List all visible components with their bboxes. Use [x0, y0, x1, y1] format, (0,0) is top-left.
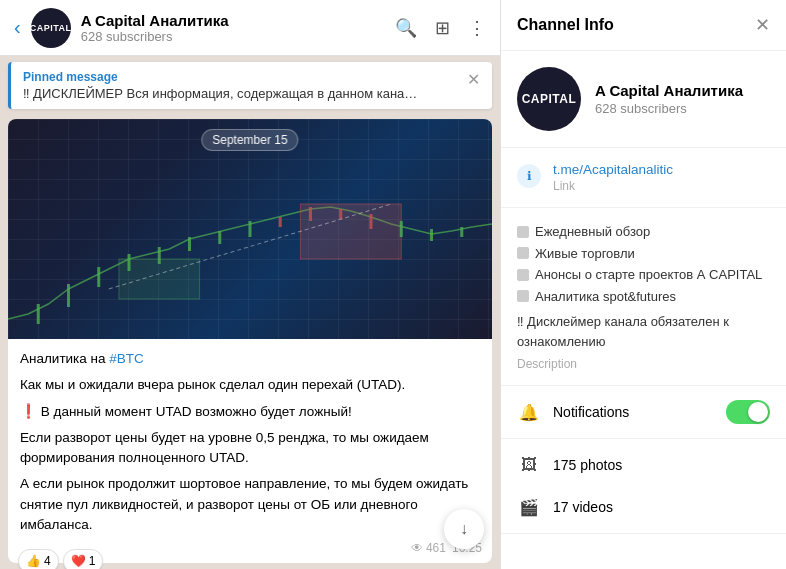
description-section: Ежедневный обзор Живые торговли Анонсы о…: [501, 208, 786, 386]
msg-line2: Как мы и ожидали вчера рынок сделал один…: [20, 375, 480, 395]
message-bubble: Аналитика на #BTC Как мы и ожидали вчера…: [8, 339, 492, 563]
channel-avatar-large: CAPITAL: [517, 67, 581, 131]
channel-avatar-small: CAPITAL: [31, 8, 71, 48]
reaction-emoji-1: 👍: [26, 552, 41, 569]
link-section: ℹ t.me/Acapitalanalitic Link: [501, 148, 786, 208]
channel-name-info: A Capital Аналитика: [595, 82, 743, 99]
info-panel-header: Channel Info ✕: [501, 0, 786, 51]
svg-rect-1: [119, 259, 200, 299]
link-label: Link: [553, 179, 673, 193]
search-icon[interactable]: 🔍: [395, 17, 417, 39]
photos-section[interactable]: 🖼 175 photos: [501, 439, 786, 491]
msg-line1: Аналитика на #BTC: [20, 349, 480, 369]
chat-messages: September 15: [0, 113, 500, 569]
chart-date: September 15: [201, 129, 298, 151]
pinned-message-bar[interactable]: Pinned message ‼ ДИСКЛЕЙМЕР Вся информац…: [8, 62, 492, 109]
description-text: Ежедневный обзор Живые торговли Анонсы о…: [517, 222, 770, 351]
desc-bullet-1: [517, 226, 529, 238]
videos-section[interactable]: 🎬 17 videos: [501, 491, 786, 534]
desc-bullet-2: [517, 247, 529, 259]
pinned-text: ‼ ДИСКЛЕЙМЕР Вся информация, содержащая …: [23, 86, 423, 101]
desc-bullet-4: [517, 290, 529, 302]
channel-info-text: A Capital Аналитика 628 subscribers: [595, 82, 743, 116]
bell-icon: 🔔: [517, 400, 541, 424]
notifications-label: Notifications: [553, 404, 629, 420]
avatar-text: CAPITAL: [522, 92, 577, 106]
notif-left: 🔔 Notifications: [517, 400, 629, 424]
desc-item-1: Ежедневный обзор: [517, 222, 770, 242]
link-info: t.me/Acapitalanalitic Link: [553, 162, 673, 193]
scroll-to-bottom-button[interactable]: ↓: [444, 509, 484, 549]
pinned-label: Pinned message: [23, 70, 459, 84]
desc-label-3: Анонсы о старте проектов А CAPITAL: [535, 265, 762, 285]
channel-subs-info: 628 subscribers: [595, 101, 743, 116]
layout-icon[interactable]: ⊞: [435, 17, 450, 39]
description-content: Ежедневный обзор Живые торговли Анонсы о…: [517, 222, 770, 371]
channel-link[interactable]: t.me/Acapitalanalitic: [553, 162, 673, 177]
photos-icon: 🖼: [517, 453, 541, 477]
chart-container: September 15: [8, 119, 492, 339]
desc-item-2: Живые торговли: [517, 244, 770, 264]
message-with-chart: September 15: [8, 119, 492, 569]
desc-label-1: Ежедневный обзор: [535, 222, 650, 242]
desc-item-4: Аналитика spot&futures: [517, 287, 770, 307]
info-icon-link: ℹ: [517, 164, 541, 188]
msg-line5: А если рынок продолжит шортовое направле…: [20, 474, 480, 535]
subscribers-count-header: 628 subscribers: [81, 29, 385, 44]
pinned-close-button[interactable]: ✕: [467, 70, 480, 89]
chat-panel: ‹ CAPITAL A Capital Аналитика 628 subscr…: [0, 0, 500, 569]
photos-count: 175 photos: [553, 457, 622, 473]
description-label: Description: [517, 357, 770, 371]
reaction-thumbs-up[interactable]: 👍 4: [18, 549, 59, 569]
channel-name-header: A Capital Аналитика: [81, 12, 385, 29]
more-icon[interactable]: ⋮: [468, 17, 486, 39]
msg-line3: ❗ В данный момент UTAD возможно будет ло…: [20, 402, 480, 422]
desc-bullet-3: [517, 269, 529, 281]
desc-item-3: Анонсы о старте проектов А CAPITAL: [517, 265, 770, 285]
back-button[interactable]: ‹: [14, 16, 21, 39]
reaction-count-2: 1: [89, 552, 96, 569]
chart-image: September 15: [8, 119, 492, 339]
info-channel-section: CAPITAL A Capital Аналитика 628 subscrib…: [501, 51, 786, 148]
notifications-section: 🔔 Notifications: [501, 386, 786, 439]
desc-label-4: Аналитика spot&futures: [535, 287, 676, 307]
reaction-heart[interactable]: ❤️ 1: [63, 549, 104, 569]
reaction-count-1: 4: [44, 552, 51, 569]
reaction-emoji-2: ❤️: [71, 552, 86, 569]
msg-line4: Если разворот цены будет на уровне 0,5 р…: [20, 428, 480, 469]
info-panel-title: Channel Info: [517, 16, 614, 34]
header-info: A Capital Аналитика 628 subscribers: [81, 12, 385, 44]
notifications-toggle[interactable]: [726, 400, 770, 424]
hashtag-btc: #BTC: [109, 351, 144, 366]
svg-rect-0: [300, 204, 401, 259]
disclaimer-text: ‼ Дисклеймер канала обязателен к ознаком…: [517, 312, 770, 351]
message-reactions: 👍 4 ❤️ 1: [18, 549, 103, 569]
header-icons: 🔍 ⊞ ⋮: [395, 17, 486, 39]
info-panel-close-button[interactable]: ✕: [755, 14, 770, 36]
toggle-knob: [748, 402, 768, 422]
desc-label-2: Живые торговли: [535, 244, 635, 264]
message-views: 👁 461: [411, 539, 446, 557]
videos-icon: 🎬: [517, 495, 541, 519]
info-panel: Channel Info ✕ CAPITAL A Capital Аналити…: [500, 0, 786, 569]
chat-header: ‹ CAPITAL A Capital Аналитика 628 subscr…: [0, 0, 500, 56]
videos-count: 17 videos: [553, 499, 613, 515]
